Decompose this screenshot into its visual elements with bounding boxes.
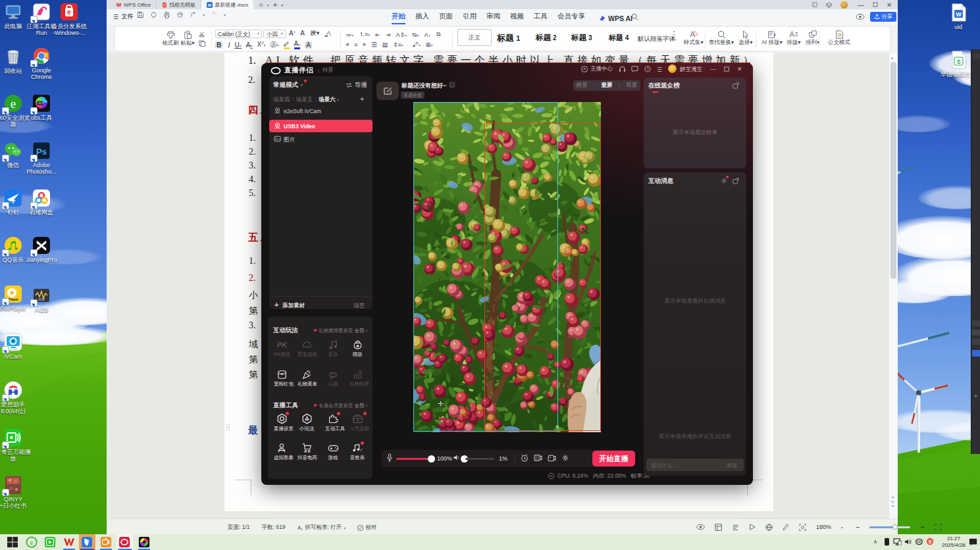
svg-text:OBS: OBS xyxy=(37,101,43,105)
svg-text:S: S xyxy=(956,59,960,65)
svg-text:S: S xyxy=(928,539,931,545)
svg-text:e: e xyxy=(30,538,34,546)
svg-text:e: e xyxy=(11,97,16,111)
svg-text:?: ? xyxy=(646,67,649,71)
svg-text:e: e xyxy=(67,9,71,16)
svg-text:W: W xyxy=(208,3,212,7)
svg-text:W: W xyxy=(956,11,962,18)
svg-text:Player: Player xyxy=(8,297,19,301)
svg-text:PK: PK xyxy=(276,341,287,349)
svg-text:AIZB: AIZB xyxy=(38,298,45,301)
svg-text:Ps: Ps xyxy=(36,147,47,157)
